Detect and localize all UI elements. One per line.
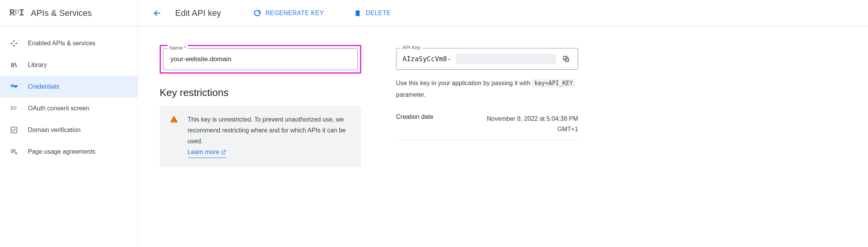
name-field-highlight: Name *	[160, 45, 361, 74]
main-header: Edit API key REGENERATE KEY DELETE	[138, 0, 868, 26]
sidebar-item-domain-verification[interactable]: Domain verification	[0, 119, 138, 141]
delete-label: DELETE	[366, 10, 391, 17]
sidebar-title: APIs & Services	[31, 8, 92, 18]
api-key-value: AIzaSyCcVm8-	[403, 55, 451, 63]
sidebar-item-enabled-apis[interactable]: Enabled APIs & services	[0, 33, 138, 54]
copy-icon	[562, 55, 570, 63]
library-icon	[9, 60, 19, 70]
right-column: API Key AIzaSyCcVm8- Use this key in you…	[396, 45, 578, 167]
sidebar-item-label: Page usage agreements	[28, 148, 95, 155]
sidebar: RPI APIs & Services Enabled APIs & servi…	[0, 0, 138, 247]
sidebar-item-page-usage-agreements[interactable]: Page usage agreements	[0, 141, 138, 163]
restrictions-title: Key restrictions	[160, 87, 361, 99]
regenerate-key-button[interactable]: REGENERATE KEY	[248, 6, 329, 21]
creation-date-row: Creation date November 8, 2022 at 5:04:3…	[396, 108, 578, 140]
help-line2: parameter.	[396, 91, 425, 98]
name-field[interactable]: Name *	[163, 48, 358, 70]
api-key-redacted	[456, 54, 556, 64]
api-key-help: Use this key in your application by pass…	[396, 77, 578, 101]
arrow-left-icon	[152, 8, 162, 18]
agreements-icon	[9, 147, 19, 156]
sidebar-item-label: Domain verification	[28, 127, 81, 134]
delete-button[interactable]: DELETE	[348, 6, 396, 21]
page-root: RPI APIs & Services Enabled APIs & servi…	[0, 0, 868, 247]
sidebar-item-label: Enabled APIs & services	[28, 40, 95, 47]
regenerate-label: REGENERATE KEY	[265, 10, 324, 17]
sidebar-item-library[interactable]: Library	[0, 54, 138, 76]
help-line1: Use this key in your application by pass…	[396, 80, 530, 86]
sidebar-nav: Enabled APIs & services Library Credenti…	[0, 26, 138, 163]
warning-icon	[170, 115, 178, 124]
name-field-label: Name *	[167, 45, 188, 51]
diamond-icon	[9, 39, 19, 48]
api-logo: RPI	[9, 8, 24, 18]
main: Edit API key REGENERATE KEY DELETE Name	[138, 0, 868, 247]
page-title: Edit API key	[175, 8, 221, 18]
sidebar-item-oauth-consent[interactable]: OAuth consent screen	[0, 98, 138, 119]
api-key-field: API Key AIzaSyCcVm8-	[396, 48, 578, 70]
copy-api-key-button[interactable]	[561, 53, 572, 64]
sidebar-item-credentials[interactable]: Credentials	[0, 76, 138, 98]
help-code: key=API_KEY	[532, 79, 575, 87]
check-square-icon	[9, 125, 19, 135]
sidebar-item-label: Library	[28, 62, 47, 69]
learn-more-link[interactable]: Learn more	[188, 147, 226, 158]
refresh-icon	[253, 9, 262, 17]
restrictions-warning: This key is unrestricted. To prevent una…	[160, 106, 361, 167]
key-icon	[9, 82, 19, 91]
creation-date-label: Creation date	[396, 113, 433, 120]
sidebar-header: RPI APIs & Services	[0, 0, 138, 26]
learn-more-label: Learn more	[188, 147, 219, 158]
content: Name * Key restrictions This key is unre…	[138, 26, 868, 167]
warning-message: This key is unrestricted. To prevent una…	[188, 114, 351, 158]
sidebar-item-label: OAuth consent screen	[28, 105, 89, 112]
api-key-label: API Key	[400, 45, 422, 50]
trash-icon	[353, 9, 362, 17]
sidebar-item-label: Credentials	[28, 83, 59, 90]
left-column: Name * Key restrictions This key is unre…	[160, 45, 361, 167]
external-link-icon	[221, 149, 226, 155]
creation-date-value: November 8, 2022 at 5:04:38 PM GMT+1	[485, 113, 578, 134]
consent-icon	[9, 104, 19, 113]
warning-text: This key is unrestricted. To prevent una…	[188, 116, 346, 144]
name-input[interactable]	[170, 55, 351, 63]
back-button[interactable]	[150, 6, 164, 20]
